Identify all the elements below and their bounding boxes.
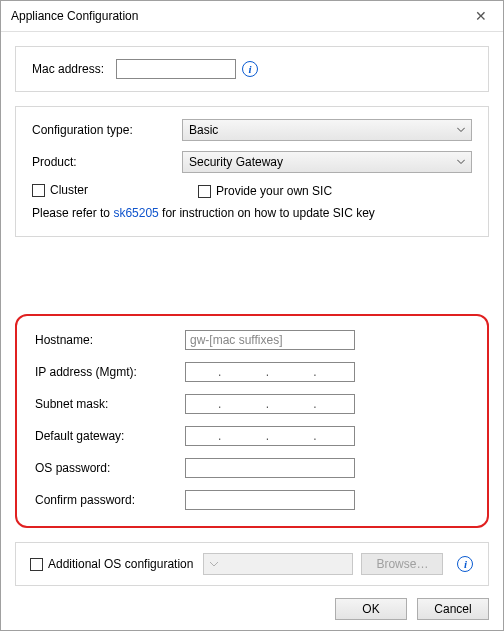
checkbox-icon bbox=[30, 558, 43, 571]
additional-os-label: Additional OS configuration bbox=[48, 557, 193, 571]
additional-os-combo bbox=[203, 553, 353, 575]
cluster-checkbox[interactable]: Cluster bbox=[32, 183, 88, 197]
sic-note-link[interactable]: sk65205 bbox=[113, 206, 158, 220]
sic-note-prefix: Please refer to bbox=[32, 206, 113, 220]
hostname-input[interactable] bbox=[185, 330, 355, 350]
config-type-label: Configuration type: bbox=[32, 123, 182, 137]
chevron-down-icon bbox=[457, 160, 465, 165]
chevron-down-icon bbox=[210, 562, 218, 567]
product-value: Security Gateway bbox=[189, 155, 283, 169]
cancel-label: Cancel bbox=[434, 602, 471, 616]
config-panel: Configuration type: Basic Product: Secur… bbox=[15, 106, 489, 237]
network-panel: Hostname: IP address (Mgmt): Subnet mask… bbox=[15, 314, 489, 528]
browse-button: Browse… bbox=[361, 553, 443, 575]
sic-note: Please refer to sk65205 for instruction … bbox=[32, 206, 472, 220]
additional-os-checkbox[interactable]: Additional OS configuration bbox=[30, 557, 193, 571]
close-icon: ✕ bbox=[475, 8, 487, 24]
chevron-down-icon bbox=[457, 128, 465, 133]
ip-address-input[interactable] bbox=[185, 362, 355, 382]
config-type-select[interactable]: Basic bbox=[182, 119, 472, 141]
ok-label: OK bbox=[362, 602, 379, 616]
os-password-label: OS password: bbox=[35, 461, 185, 475]
os-password-input[interactable] bbox=[185, 458, 355, 478]
subnet-mask-input[interactable] bbox=[185, 394, 355, 414]
dialog-footer: OK Cancel bbox=[15, 586, 489, 620]
titlebar: Appliance Configuration ✕ bbox=[1, 1, 503, 32]
default-gateway-input[interactable] bbox=[185, 426, 355, 446]
hostname-label: Hostname: bbox=[35, 333, 185, 347]
provide-sic-label: Provide your own SIC bbox=[216, 184, 332, 198]
dialog-body: Mac address: i Configuration type: Basic bbox=[1, 32, 503, 630]
product-label: Product: bbox=[32, 155, 182, 169]
cluster-checkbox-label: Cluster bbox=[50, 183, 88, 197]
ip-address-label: IP address (Mgmt): bbox=[35, 365, 185, 379]
additional-config-panel: Additional OS configuration Browse… i bbox=[15, 542, 489, 586]
browse-label: Browse… bbox=[376, 557, 428, 571]
ok-button[interactable]: OK bbox=[335, 598, 407, 620]
mac-address-input[interactable] bbox=[116, 59, 236, 79]
info-icon: i bbox=[242, 61, 258, 77]
product-select[interactable]: Security Gateway bbox=[182, 151, 472, 173]
cluster-checkbox-wrap: Cluster bbox=[32, 183, 88, 200]
checkbox-icon bbox=[32, 184, 45, 197]
mac-address-label: Mac address: bbox=[32, 62, 114, 76]
info-icon: i bbox=[457, 556, 473, 572]
dialog-window: Appliance Configuration ✕ Mac address: i… bbox=[0, 0, 504, 631]
confirm-password-label: Confirm password: bbox=[35, 493, 185, 507]
sic-note-suffix: for instruction on how to update SIC key bbox=[159, 206, 375, 220]
window-title: Appliance Configuration bbox=[11, 9, 458, 23]
mac-panel: Mac address: i bbox=[15, 46, 489, 92]
checkbox-icon bbox=[198, 185, 211, 198]
confirm-password-input[interactable] bbox=[185, 490, 355, 510]
close-button[interactable]: ✕ bbox=[458, 1, 503, 31]
cancel-button[interactable]: Cancel bbox=[417, 598, 489, 620]
additional-info-icon[interactable]: i bbox=[457, 556, 473, 572]
mac-info-icon[interactable]: i bbox=[242, 61, 258, 77]
config-type-value: Basic bbox=[189, 123, 218, 137]
default-gateway-label: Default gateway: bbox=[35, 429, 185, 443]
provide-sic-checkbox[interactable]: Provide your own SIC bbox=[198, 184, 332, 198]
subnet-mask-label: Subnet mask: bbox=[35, 397, 185, 411]
